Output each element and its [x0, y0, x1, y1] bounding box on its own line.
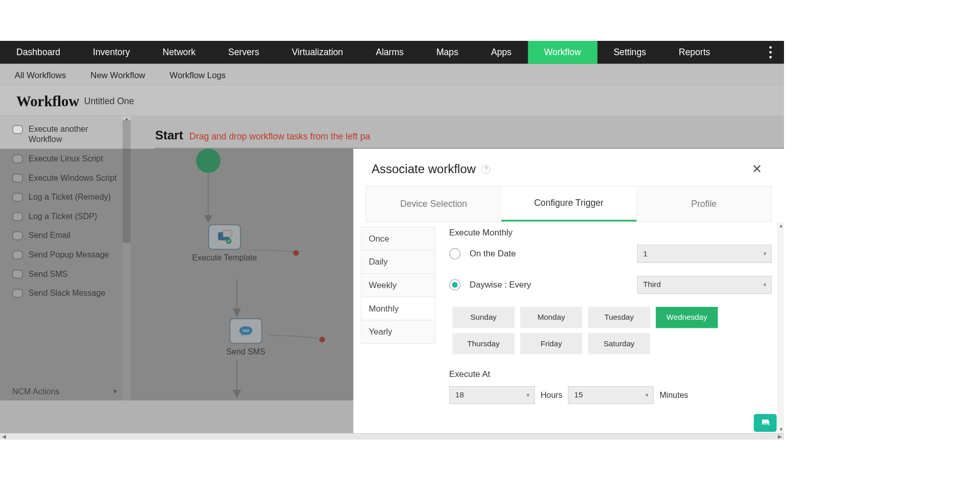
help-icon[interactable]: ?	[481, 164, 491, 174]
day-grid: Sunday Monday Tuesday Wednesday Thursday…	[452, 307, 772, 354]
node-send-sms[interactable]: SMS Send SMS	[222, 318, 271, 357]
nav-alarms[interactable]: Alarms	[359, 41, 420, 64]
canvas-hint: Drag and drop workflow tasks from the le…	[189, 131, 370, 141]
select-minutes[interactable]: 15▼	[568, 386, 654, 404]
palette-scrollbar[interactable]: ▲	[122, 116, 131, 400]
panel-tabs: Device Selection Configure Trigger Profi…	[366, 186, 772, 222]
start-label: Start	[155, 128, 183, 141]
day-thursday[interactable]: Thursday	[452, 333, 514, 354]
label-on-date: On the Date	[470, 249, 539, 258]
panel-scrollbar[interactable]: ▲▼	[777, 222, 784, 433]
execute-at-label: Execute At	[449, 369, 772, 378]
section-title: Execute Monthly	[449, 228, 772, 237]
nav-network[interactable]: Network	[146, 41, 212, 64]
horizontal-scrollbar[interactable]: ◀▶	[0, 433, 784, 440]
subnav-all-workflows[interactable]: All Workflows	[15, 70, 66, 80]
action-execute-another-workflow[interactable]: Execute another Workflow	[12, 124, 122, 145]
freq-daily[interactable]: Daily	[361, 250, 435, 274]
nav-virtualization[interactable]: Virtualization	[276, 41, 359, 64]
action-execute-linux-script[interactable]: Execute Linux Script	[12, 154, 122, 164]
tab-profile[interactable]: Profile	[636, 186, 771, 222]
nav-maps[interactable]: Maps	[420, 41, 475, 64]
nav-reports[interactable]: Reports	[663, 41, 727, 64]
minutes-unit: Minutes	[659, 390, 688, 399]
subnav-workflow-logs[interactable]: Workflow Logs	[169, 70, 226, 80]
nav-inventory[interactable]: Inventory	[77, 41, 146, 64]
freq-yearly[interactable]: Yearly	[361, 320, 435, 343]
node-handle[interactable]	[320, 337, 325, 342]
canvas-start-row: Start Drag and drop workflow tasks from …	[155, 128, 370, 142]
frequency-list: Once Daily Weekly Monthly Yearly	[354, 222, 435, 433]
day-tuesday[interactable]: Tuesday	[588, 307, 650, 328]
nav-settings[interactable]: Settings	[597, 41, 663, 64]
day-friday[interactable]: Friday	[520, 333, 582, 354]
panel-title: Associate workflow	[372, 162, 476, 176]
day-sunday[interactable]: Sunday	[452, 307, 514, 328]
svg-point-0	[196, 149, 220, 173]
radio-daywise[interactable]	[449, 279, 460, 290]
chat-icon	[760, 418, 771, 427]
workflow-subnav: All Workflows New Workflow Workflow Logs	[0, 64, 784, 87]
close-icon[interactable]: ✕	[748, 160, 766, 178]
hours-unit: Hours	[541, 390, 562, 399]
chevron-down-icon: ▼	[112, 388, 118, 395]
action-log-ticket-sdp[interactable]: Log a Ticket (SDP)	[12, 211, 122, 222]
tab-configure-trigger[interactable]: Configure Trigger	[501, 186, 636, 222]
nav-apps[interactable]: Apps	[475, 41, 528, 64]
select-date[interactable]: 1▼	[637, 245, 772, 263]
chevron-down-icon: ▼	[763, 251, 768, 256]
action-execute-windows-script[interactable]: Execute Windows Script	[12, 173, 122, 183]
freq-weekly[interactable]: Weekly	[361, 273, 435, 297]
nav-workflow[interactable]: Workflow	[528, 41, 597, 64]
svg-rect-2	[223, 230, 232, 237]
trigger-config: Execute Monthly On the Date 1▼ Daywise :…	[435, 222, 784, 433]
page-header: Workflow Untitled One	[0, 87, 784, 116]
chat-fab[interactable]	[754, 414, 777, 432]
chevron-down-icon: ▼	[526, 392, 531, 398]
nav-servers[interactable]: Servers	[212, 41, 276, 64]
day-monday[interactable]: Monday	[520, 307, 582, 328]
action-send-email[interactable]: Send Email	[12, 230, 122, 241]
freq-once[interactable]: Once	[361, 227, 435, 250]
action-log-ticket-remedy[interactable]: Log a Ticket (Remedy)	[12, 192, 122, 202]
select-ordinal[interactable]: Third▼	[637, 276, 772, 294]
chevron-down-icon: ▼	[763, 282, 768, 288]
node-label: Execute Template	[192, 253, 257, 263]
action-send-slack[interactable]: Send Slack Message	[12, 288, 122, 298]
page-title: Workflow	[16, 92, 79, 110]
page-subtitle: Untitled One	[84, 96, 134, 107]
node-handle[interactable]	[293, 250, 299, 256]
radio-on-date[interactable]	[449, 248, 460, 259]
actions-palette: Execute another Workflow Execute Linux S…	[0, 116, 131, 400]
more-menu-icon[interactable]	[761, 41, 780, 64]
freq-monthly[interactable]: Monthly	[361, 297, 435, 320]
node-label: Send SMS	[222, 347, 271, 357]
svg-text:SMS: SMS	[242, 329, 250, 332]
nav-dashboard[interactable]: Dashboard	[0, 41, 77, 64]
main-nav: Dashboard Inventory Network Servers Virt…	[0, 41, 784, 64]
day-wednesday[interactable]: Wednesday	[656, 307, 718, 328]
tab-device-selection[interactable]: Device Selection	[366, 186, 502, 222]
action-send-sms[interactable]: Send SMS	[12, 269, 122, 279]
subnav-new-workflow[interactable]: New Workflow	[90, 70, 145, 80]
chevron-down-icon: ▼	[645, 392, 650, 398]
action-send-popup[interactable]: Send Popup Message	[12, 250, 122, 260]
node-execute-template[interactable]: Execute Template	[192, 224, 257, 263]
palette-group-ncm[interactable]: NCM Actions▼	[12, 387, 118, 396]
label-daywise: Daywise : Every	[470, 280, 551, 290]
associate-workflow-panel: Associate workflow ? ✕ Device Selection …	[353, 149, 784, 433]
select-hours[interactable]: 18▼	[449, 386, 535, 404]
day-saturday[interactable]: Saturday	[588, 333, 650, 354]
